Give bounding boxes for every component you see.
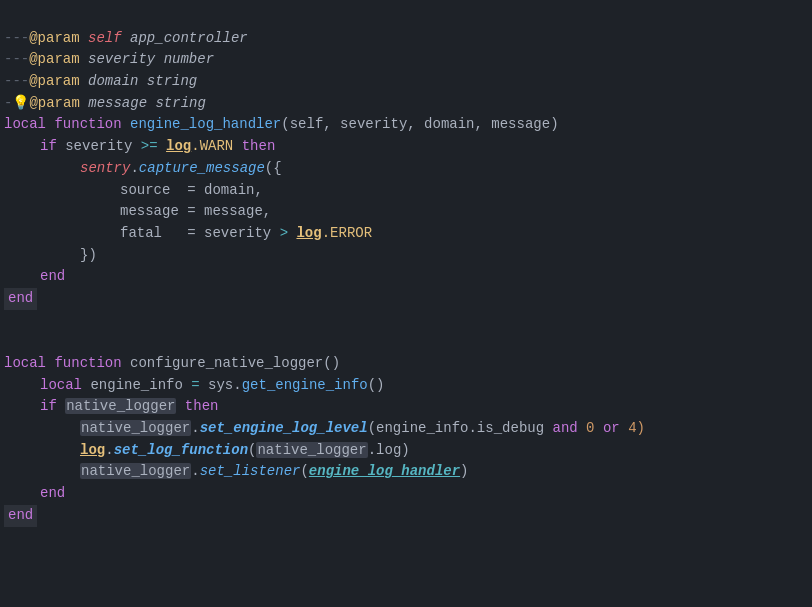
code-token: () — [368, 377, 385, 393]
code-line: native_logger.set_listener(engine_log_ha… — [0, 461, 812, 483]
code-line — [0, 310, 812, 332]
code-token: string — [155, 95, 205, 111]
code-token: function — [54, 355, 121, 371]
code-token: function — [54, 116, 121, 132]
code-line: if native_logger then — [0, 396, 812, 418]
code-token: severity — [80, 51, 164, 67]
code-token: .ERROR — [322, 225, 372, 241]
line-content — [0, 331, 12, 353]
code-token: end — [4, 505, 37, 527]
line-content: message = message, — [0, 201, 271, 223]
code-token: app_controller — [130, 30, 248, 46]
line-content: if native_logger then — [0, 396, 218, 418]
code-token: message — [120, 203, 179, 219]
line-content: native_logger.set_listener(engine_log_ha… — [0, 461, 469, 483]
code-token: string — [147, 73, 197, 89]
code-token — [158, 138, 166, 154]
code-token: self — [80, 30, 130, 46]
code-token: sentry — [80, 160, 130, 176]
code-token: native_logger — [80, 420, 191, 436]
code-line: -💡@param message string — [0, 93, 812, 115]
line-content: local function engine_log_handler(self, … — [0, 114, 559, 136]
code-line: message = message, — [0, 201, 812, 223]
code-token: . — [191, 463, 199, 479]
code-token: end — [40, 268, 65, 284]
code-token: engine_info — [90, 377, 191, 393]
code-token: . — [191, 420, 199, 436]
code-token: domain — [80, 73, 147, 89]
code-token: native_logger — [65, 398, 176, 414]
code-line: end — [0, 505, 812, 527]
code-token: local — [4, 116, 54, 132]
line-content: sentry.capture_message({ — [0, 158, 282, 180]
code-token: = — [191, 377, 199, 393]
code-token: end — [40, 485, 65, 501]
code-token: = domain, — [170, 182, 262, 198]
code-line: native_logger.set_engine_log_level(engin… — [0, 418, 812, 440]
code-token: native_logger — [80, 463, 191, 479]
line-content — [0, 310, 12, 332]
code-line: local engine_info = sys.get_engine_info(… — [0, 375, 812, 397]
code-token: set_log_function — [114, 442, 248, 458]
code-token: fatal — [120, 225, 162, 241]
code-token: native_logger — [256, 442, 367, 458]
code-token: log — [80, 442, 105, 458]
code-editor: ---@param self app_controller---@param s… — [0, 0, 812, 533]
line-content: local engine_info = sys.get_engine_info(… — [0, 375, 385, 397]
line-content: source = domain, — [0, 180, 263, 202]
code-token: engine_log_handler — [309, 463, 460, 479]
code-token: engine_log_handler — [122, 116, 282, 132]
code-token: ( — [300, 463, 308, 479]
code-token: then — [185, 398, 219, 414]
line-content: end — [0, 483, 65, 505]
code-line — [0, 331, 812, 353]
code-token: . — [105, 442, 113, 458]
code-token: @param — [29, 51, 79, 67]
code-token — [57, 398, 65, 414]
code-token: if — [40, 398, 57, 414]
code-token: set_engine_log_level — [200, 420, 368, 436]
code-token: then — [242, 138, 276, 154]
code-token: source — [120, 182, 170, 198]
code-token: local — [40, 377, 90, 393]
code-token: or — [603, 420, 620, 436]
code-line: if severity >= log.WARN then — [0, 136, 812, 158]
line-content: end — [0, 505, 37, 527]
line-content: -💡@param message string — [0, 93, 206, 115]
code-line: sentry.capture_message({ — [0, 158, 812, 180]
code-token: log — [296, 225, 321, 241]
code-token: 💡 — [12, 95, 29, 111]
code-token: severity — [57, 138, 141, 154]
code-token: = severity — [162, 225, 280, 241]
code-token: ({ — [265, 160, 282, 176]
code-line: local function engine_log_handler(self, … — [0, 114, 812, 136]
code-token: message — [80, 95, 156, 111]
line-content: log.set_log_function(native_logger.log) — [0, 440, 410, 462]
code-token: .WARN — [191, 138, 241, 154]
code-line: end — [0, 266, 812, 288]
code-token — [176, 398, 184, 414]
code-line: source = domain, — [0, 180, 812, 202]
line-content: ---@param severity number — [0, 49, 214, 71]
code-token: get_engine_info — [242, 377, 368, 393]
line-content: end — [0, 288, 37, 310]
code-token: 4) — [620, 420, 645, 436]
code-token: number — [164, 51, 214, 67]
line-content: if severity >= log.WARN then — [0, 136, 275, 158]
code-token: @param — [29, 30, 79, 46]
line-content: local function configure_native_logger() — [0, 353, 340, 375]
code-token: > — [280, 225, 288, 241]
code-line: ---@param severity number — [0, 49, 812, 71]
line-content: fatal = severity > log.ERROR — [0, 223, 372, 245]
code-token: (self, severity, domain, message) — [281, 116, 558, 132]
code-token: (engine_info.is_debug — [368, 420, 553, 436]
code-token: . — [130, 160, 138, 176]
code-token: local — [4, 355, 54, 371]
code-token: --- — [4, 73, 29, 89]
code-token: set_listener — [200, 463, 301, 479]
line-content: end — [0, 266, 65, 288]
code-token: ) — [460, 463, 468, 479]
code-line: ---@param self app_controller — [0, 28, 812, 50]
code-line: }) — [0, 245, 812, 267]
code-token: end — [4, 288, 37, 310]
